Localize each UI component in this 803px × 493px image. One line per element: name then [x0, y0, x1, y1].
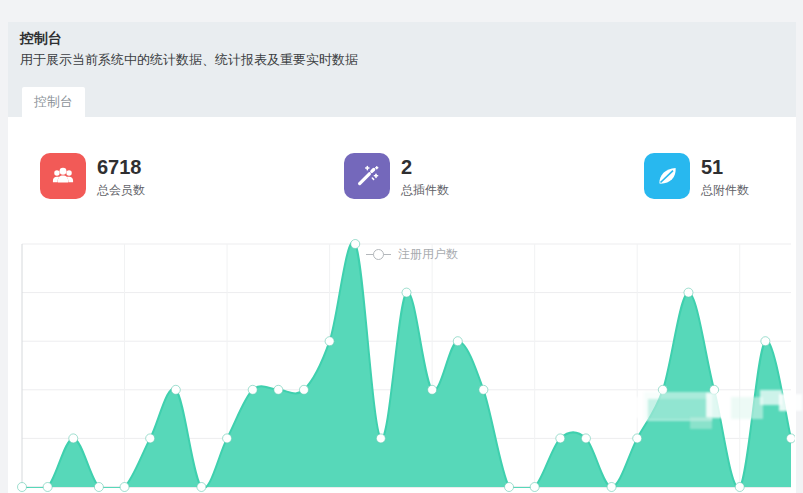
chart-canvas[interactable]: [8, 238, 795, 493]
stat-card-attachments: 51 总附件数: [644, 153, 749, 199]
stat-card-plugins: 2 总插件数: [344, 153, 449, 199]
dashboard-page: { "page": { "title": "控制台", "subtitle": …: [0, 0, 803, 493]
page-subtitle: 用于展示当前系统中的统计数据、统计报表及重要实时数据: [20, 51, 358, 69]
stat-label-plugins: 总插件数: [401, 182, 449, 199]
stat-label-attachments: 总附件数: [701, 182, 749, 199]
stat-value-members: 6718: [97, 155, 145, 179]
registered-users-chart[interactable]: [8, 238, 795, 493]
header-panel: 控制台 用于展示当前系统中的统计数据、统计报表及重要实时数据 控制台: [8, 22, 796, 117]
stat-value-attachments: 51: [701, 155, 749, 179]
users-icon: [40, 153, 86, 199]
stat-value-plugins: 2: [401, 155, 449, 179]
legend-label: 注册用户数: [398, 246, 458, 263]
stat-card-members: 6718 总会员数: [40, 153, 145, 199]
stat-label-members: 总会员数: [97, 182, 145, 199]
content-panel: 6718 总会员数 2 总插件数: [8, 117, 796, 493]
magic-wand-icon: [344, 153, 390, 199]
leaf-icon: [644, 153, 690, 199]
tab-console[interactable]: 控制台: [22, 87, 85, 117]
page-title: 控制台: [20, 30, 62, 48]
tab-bar: 控制台: [8, 87, 796, 117]
legend-line-circle-icon: [366, 249, 391, 260]
chart-legend-item[interactable]: 注册用户数: [366, 247, 458, 261]
